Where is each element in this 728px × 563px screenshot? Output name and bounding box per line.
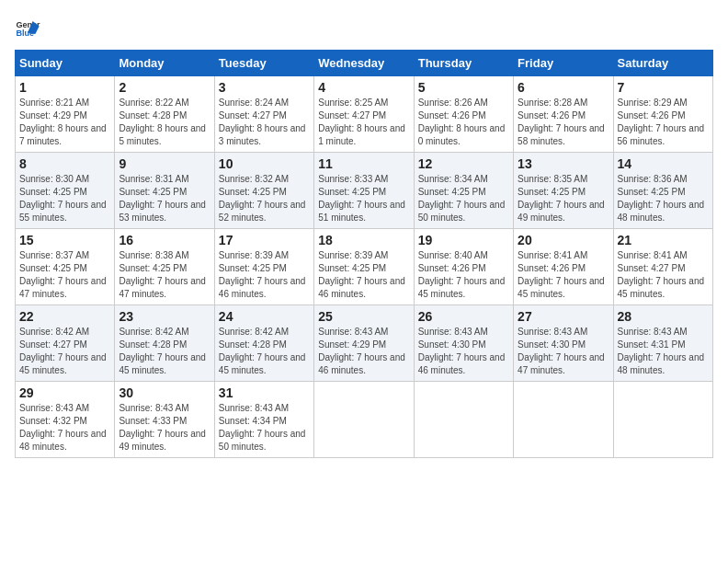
day-number: 3 [219,80,310,95]
svg-text:Blue: Blue [16,29,34,38]
day-info: Sunrise: 8:28 AM Sunset: 4:26 PM Dayligh… [518,97,609,148]
week-row-1: 1 Sunrise: 8:21 AM Sunset: 4:29 PM Dayli… [16,76,713,153]
day-number: 9 [119,156,210,171]
day-info: Sunrise: 8:43 AM Sunset: 4:32 PM Dayligh… [19,402,110,454]
day-info: Sunrise: 8:36 AM Sunset: 4:25 PM Dayligh… [618,173,709,224]
day-info: Sunrise: 8:32 AM Sunset: 4:25 PM Dayligh… [219,173,310,224]
logo: General Blue [15,15,44,40]
day-info: Sunrise: 8:26 AM Sunset: 4:26 PM Dayligh… [418,97,509,148]
day-number: 23 [119,309,210,324]
calendar-cell: 8 Sunrise: 8:30 AM Sunset: 4:25 PM Dayli… [16,153,115,229]
day-number: 22 [19,309,110,324]
day-number: 7 [618,80,709,95]
day-number: 11 [318,156,409,171]
day-number: 4 [318,80,409,95]
calendar-table: Sunday Monday Tuesday Wednesday Thursday… [15,50,713,458]
day-info: Sunrise: 8:40 AM Sunset: 4:26 PM Dayligh… [418,249,509,301]
day-info: Sunrise: 8:21 AM Sunset: 4:29 PM Dayligh… [19,97,110,148]
logo-icon: General Blue [15,15,40,40]
calendar-cell: 31 Sunrise: 8:43 AM Sunset: 4:34 PM Dayl… [214,382,313,458]
day-number: 12 [418,156,509,171]
day-number: 25 [318,309,409,324]
calendar-cell: 22 Sunrise: 8:42 AM Sunset: 4:27 PM Dayl… [16,305,115,382]
day-info: Sunrise: 8:33 AM Sunset: 4:25 PM Dayligh… [318,173,409,224]
calendar-cell: 23 Sunrise: 8:42 AM Sunset: 4:28 PM Dayl… [115,305,214,382]
day-number: 17 [219,233,310,247]
calendar-cell: 14 Sunrise: 8:36 AM Sunset: 4:25 PM Dayl… [613,153,712,229]
calendar-cell: 2 Sunrise: 8:22 AM Sunset: 4:28 PM Dayli… [115,76,214,153]
day-info: Sunrise: 8:42 AM Sunset: 4:28 PM Dayligh… [219,326,310,377]
week-row-3: 15 Sunrise: 8:37 AM Sunset: 4:25 PM Dayl… [16,229,713,305]
day-info: Sunrise: 8:38 AM Sunset: 4:25 PM Dayligh… [119,249,210,301]
day-number: 14 [618,156,709,171]
calendar-cell: 9 Sunrise: 8:31 AM Sunset: 4:25 PM Dayli… [115,153,214,229]
calendar-cell: 24 Sunrise: 8:42 AM Sunset: 4:28 PM Dayl… [214,305,313,382]
calendar-cell: 26 Sunrise: 8:43 AM Sunset: 4:30 PM Dayl… [414,305,513,382]
day-number: 15 [19,233,110,247]
day-number: 26 [418,309,509,324]
day-info: Sunrise: 8:25 AM Sunset: 4:27 PM Dayligh… [318,97,409,148]
day-number: 10 [219,156,310,171]
calendar-cell: 3 Sunrise: 8:24 AM Sunset: 4:27 PM Dayli… [214,76,313,153]
day-number: 30 [119,385,210,400]
calendar-cell [414,382,513,458]
day-number: 31 [219,385,310,400]
day-number: 21 [618,233,709,247]
day-info: Sunrise: 8:22 AM Sunset: 4:28 PM Dayligh… [119,97,210,148]
calendar-cell [613,382,712,458]
calendar-cell: 27 Sunrise: 8:43 AM Sunset: 4:30 PM Dayl… [514,305,613,382]
col-tuesday: Tuesday [214,51,313,76]
calendar-cell: 10 Sunrise: 8:32 AM Sunset: 4:25 PM Dayl… [214,153,313,229]
day-number: 16 [119,233,210,247]
day-number: 27 [518,309,609,324]
day-info: Sunrise: 8:43 AM Sunset: 4:30 PM Dayligh… [518,326,609,377]
calendar-cell: 17 Sunrise: 8:39 AM Sunset: 4:25 PM Dayl… [214,229,313,305]
day-info: Sunrise: 8:31 AM Sunset: 4:25 PM Dayligh… [119,173,210,224]
col-wednesday: Wednesday [314,51,414,76]
calendar-cell: 4 Sunrise: 8:25 AM Sunset: 4:27 PM Dayli… [314,76,414,153]
calendar-cell [314,382,414,458]
day-info: Sunrise: 8:43 AM Sunset: 4:33 PM Dayligh… [119,402,210,454]
day-info: Sunrise: 8:41 AM Sunset: 4:26 PM Dayligh… [518,249,609,301]
calendar-cell: 6 Sunrise: 8:28 AM Sunset: 4:26 PM Dayli… [514,76,613,153]
day-number: 20 [518,233,609,247]
day-info: Sunrise: 8:30 AM Sunset: 4:25 PM Dayligh… [19,173,110,224]
day-info: Sunrise: 8:43 AM Sunset: 4:29 PM Dayligh… [318,326,409,377]
calendar-cell: 16 Sunrise: 8:38 AM Sunset: 4:25 PM Dayl… [115,229,214,305]
calendar-cell [514,382,613,458]
calendar-cell: 1 Sunrise: 8:21 AM Sunset: 4:29 PM Dayli… [16,76,115,153]
calendar-cell: 20 Sunrise: 8:41 AM Sunset: 4:26 PM Dayl… [514,229,613,305]
day-info: Sunrise: 8:35 AM Sunset: 4:25 PM Dayligh… [518,173,609,224]
calendar-cell: 13 Sunrise: 8:35 AM Sunset: 4:25 PM Dayl… [514,153,613,229]
calendar-cell: 21 Sunrise: 8:41 AM Sunset: 4:27 PM Dayl… [613,229,712,305]
day-number: 13 [518,156,609,171]
week-row-4: 22 Sunrise: 8:42 AM Sunset: 4:27 PM Dayl… [16,305,713,382]
calendar-cell: 19 Sunrise: 8:40 AM Sunset: 4:26 PM Dayl… [414,229,513,305]
col-friday: Friday [514,51,613,76]
col-saturday: Saturday [613,51,712,76]
calendar-header-row: Sunday Monday Tuesday Wednesday Thursday… [16,51,713,76]
col-thursday: Thursday [414,51,513,76]
day-number: 18 [318,233,409,247]
calendar-cell: 25 Sunrise: 8:43 AM Sunset: 4:29 PM Dayl… [314,305,414,382]
week-row-2: 8 Sunrise: 8:30 AM Sunset: 4:25 PM Dayli… [16,153,713,229]
day-number: 28 [618,309,709,324]
day-number: 2 [119,80,210,95]
day-info: Sunrise: 8:42 AM Sunset: 4:27 PM Dayligh… [19,326,110,377]
calendar-cell: 28 Sunrise: 8:43 AM Sunset: 4:31 PM Dayl… [613,305,712,382]
col-sunday: Sunday [16,51,115,76]
calendar-cell: 7 Sunrise: 8:29 AM Sunset: 4:26 PM Dayli… [613,76,712,153]
calendar-cell: 5 Sunrise: 8:26 AM Sunset: 4:26 PM Dayli… [414,76,513,153]
calendar-cell: 11 Sunrise: 8:33 AM Sunset: 4:25 PM Dayl… [314,153,414,229]
page-header: General Blue [15,15,713,40]
day-info: Sunrise: 8:43 AM Sunset: 4:30 PM Dayligh… [418,326,509,377]
day-info: Sunrise: 8:39 AM Sunset: 4:25 PM Dayligh… [318,249,409,301]
day-info: Sunrise: 8:34 AM Sunset: 4:25 PM Dayligh… [418,173,509,224]
day-number: 6 [518,80,609,95]
day-info: Sunrise: 8:24 AM Sunset: 4:27 PM Dayligh… [219,97,310,148]
calendar-cell: 30 Sunrise: 8:43 AM Sunset: 4:33 PM Dayl… [115,382,214,458]
day-info: Sunrise: 8:39 AM Sunset: 4:25 PM Dayligh… [219,249,310,301]
day-info: Sunrise: 8:41 AM Sunset: 4:27 PM Dayligh… [618,249,709,301]
day-info: Sunrise: 8:43 AM Sunset: 4:34 PM Dayligh… [219,402,310,454]
day-number: 24 [219,309,310,324]
